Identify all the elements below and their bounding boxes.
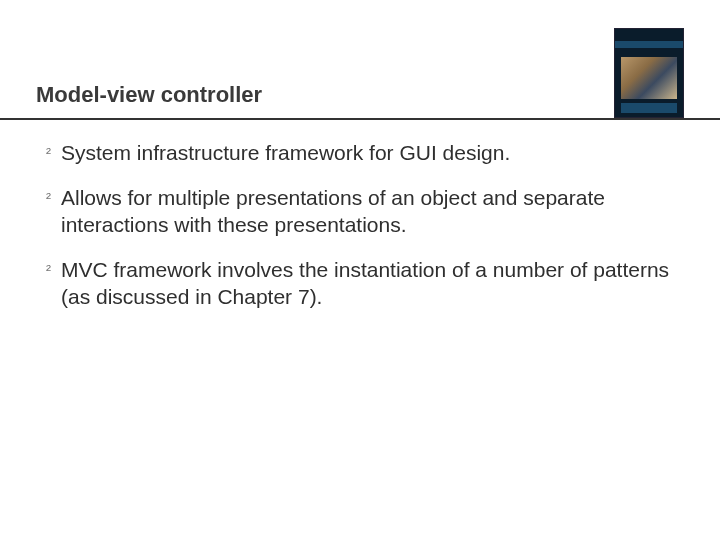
bullet-text: MVC framework involves the instantiation…: [61, 257, 674, 311]
bullet-item: ² MVC framework involves the instantiati…: [46, 257, 674, 311]
book-cover-image: [614, 28, 684, 118]
bullet-glyph: ²: [46, 260, 51, 279]
slide: Model-view controller ² System infrastru…: [0, 0, 720, 540]
bullet-text: Allows for multiple presentations of an …: [61, 185, 674, 239]
title-row: Model-view controller: [0, 0, 720, 118]
slide-title: Model-view controller: [36, 82, 262, 118]
bullet-item: ² Allows for multiple presentations of a…: [46, 185, 674, 239]
bullet-item: ² System infrastructure framework for GU…: [46, 140, 674, 167]
slide-body: ² System infrastructure framework for GU…: [0, 120, 720, 310]
bullet-glyph: ²: [46, 188, 51, 207]
bullet-glyph: ²: [46, 143, 51, 162]
bullet-text: System infrastructure framework for GUI …: [61, 140, 674, 167]
